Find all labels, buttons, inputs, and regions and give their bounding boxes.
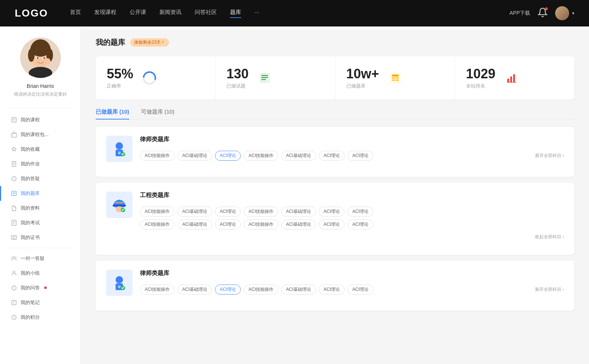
sidebar-item-qbank[interactable]: 我的题库 (0, 186, 81, 201)
stat-label-correct-rate: 正确率 (107, 83, 133, 89)
qbank-2-r2-tag-4[interactable]: ACI基础理论 (281, 220, 316, 229)
nav-link-home[interactable]: 首页 (70, 9, 81, 18)
qbank-2-collapse-btn[interactable]: 收起全部科目 › (535, 234, 564, 240)
nav-link-news[interactable]: 新闻资讯 (159, 9, 181, 18)
qbank-3-tag-1[interactable]: ACI基础理论 (177, 285, 212, 295)
bar-chart-icon (504, 71, 519, 85)
qbank-2-r1-tag-3[interactable]: ACI技能操作 (244, 207, 278, 217)
qbank-2-r2-tag-3[interactable]: ACI技能操作 (244, 220, 278, 229)
sidebar-item-one2one[interactable]: 一对一答疑 (0, 251, 81, 266)
qbank-2-r1-tag-6[interactable]: ACI理论 (348, 207, 373, 217)
qbank-2-r2-tag-0[interactable]: ACI技能操作 (140, 220, 174, 229)
stat-value-done-b: 10w+ (346, 67, 379, 81)
stat-correct-rate: 55% 正确率 (96, 56, 215, 100)
sidebar-item-cert[interactable]: 我的证书 (0, 230, 81, 245)
stat-label-done-q: 已做试题 (226, 83, 248, 89)
qbank-icon-lawyer-2 (106, 270, 133, 296)
nav-logo: LOGO (15, 7, 48, 19)
qbank-2-r2-tag-6[interactable]: ACI理论 (348, 220, 373, 229)
tab-done-banks[interactable]: 已做题库 (10) (96, 108, 129, 119)
sidebar-item-qanda[interactable]: ? 我的问答 (0, 281, 81, 295)
qbank-card-3-header: 律师类题库 ACI技能操作 ACI基础理论 ACI理论 ACI技能操作 ACI基… (106, 270, 564, 296)
qbank-card-lawyer-1: 律师类题库 ACI技能操作 ACI基础理论 ACI理论 ACI技能操作 ACI基… (96, 127, 574, 177)
sidebar-item-qa[interactable]: ? 我的答疑 (0, 171, 81, 186)
group-icon (11, 270, 17, 276)
qbank-3-tag-5[interactable]: ACI理论 (319, 285, 345, 295)
stat-value-correct-rate: 55% (107, 67, 133, 81)
qbank-1-tag-5[interactable]: ACI理论 (319, 151, 345, 161)
nav-link-discover[interactable]: 发现课程 (94, 9, 116, 18)
nav-link-qbank[interactable]: 题库 (230, 9, 241, 18)
qbank-1-tag-0[interactable]: ACI技能操作 (140, 151, 174, 161)
qbank-2-r2-tag-5[interactable]: ACI理论 (319, 220, 345, 229)
svg-rect-52 (392, 77, 395, 79)
page-wrapper: Brian Harris 错误的决定比没有决定要好 我的课程 我的课程包... (0, 26, 589, 364)
qbank-2-r1-tag-1[interactable]: ACI基础理论 (177, 207, 212, 217)
sidebar-item-package[interactable]: 我的课程包... (0, 127, 81, 142)
notification-bell[interactable] (537, 7, 548, 19)
tabs-row: 已做题库 (10) 可做题库 (10) (96, 108, 574, 119)
sidebar-item-course[interactable]: 我的课程 (0, 113, 81, 127)
svg-rect-65 (113, 205, 126, 206)
qa-icon: ? (11, 176, 17, 182)
user-avatar-wrapper[interactable]: ▾ (555, 6, 574, 20)
sidebar-item-group[interactable]: 我的小组 (0, 266, 81, 281)
qbank-2-tags-area: 工程类题库 ACI技能操作 ACI基础理论 ACI理论 ACI技能操作 ACI基… (140, 192, 564, 240)
qbank-1-tag-4[interactable]: ACI基础理论 (281, 151, 316, 161)
qbank-2-r2-tag-2[interactable]: ACI理论 (215, 220, 241, 229)
nav-links: 首页 发现课程 公开课 新闻资讯 问答社区 题库 ··· (70, 9, 495, 18)
stat-done-banks: 10w+ 已做题库 (335, 56, 455, 100)
sidebar-label-points: 我的积分 (21, 314, 40, 321)
qbank-1-tag-3[interactable]: ACI技能操作 (244, 151, 278, 161)
sidebar-item-exam[interactable]: 我的考试 (0, 215, 81, 230)
sidebar-label-qanda: 我的问答 (21, 285, 40, 291)
qbank-2-r2-tag-1[interactable]: ACI基础理论 (177, 220, 212, 229)
sidebar-item-points[interactable]: 我的积分 (0, 310, 81, 325)
qbank-2-r1-tag-2[interactable]: ACI理论 (215, 207, 241, 217)
sidebar-item-collection[interactable]: 我的收藏 (0, 142, 81, 157)
qbank-1-tags: ACI技能操作 ACI基础理论 ACI理论 ACI技能操作 ACI基础理论 AC… (140, 151, 564, 161)
page-title: 我的题库 (96, 38, 125, 47)
sidebar-label-qa: 我的答疑 (21, 175, 40, 182)
nav-link-more[interactable]: ··· (254, 9, 259, 18)
qbank-2-r1-tag-0[interactable]: ACI技能操作 (140, 207, 174, 217)
app-download-button[interactable]: APP下载 (509, 10, 530, 17)
page-header: 我的题库 体验剩余23天！ (96, 38, 574, 47)
exam-icon (11, 220, 17, 226)
qbank-card-2-header: 工程类题库 ACI技能操作 ACI基础理论 ACI理论 ACI技能操作 ACI基… (106, 192, 564, 240)
stat-value-rank: 1029 (466, 67, 495, 81)
sidebar-item-homework[interactable]: 我的作业 (0, 157, 81, 171)
nav-link-open[interactable]: 公开课 (130, 9, 146, 18)
qbank-3-tags-area: 律师类题库 ACI技能操作 ACI基础理论 ACI理论 ACI技能操作 ACI基… (140, 270, 564, 295)
qbank-2-r1-tag-5[interactable]: ACI理论 (319, 207, 345, 217)
sidebar-label-notes: 我的笔记 (21, 299, 40, 306)
svg-rect-50 (390, 73, 401, 83)
qbank-3-title: 律师类题库 (140, 270, 564, 277)
nav-link-qa[interactable]: 问答社区 (195, 9, 217, 18)
notes-icon (11, 300, 17, 306)
qbank-1-expand-btn[interactable]: 展开全部科目 › (535, 153, 564, 159)
qbank-3-tag-3[interactable]: ACI技能操作 (244, 285, 278, 295)
qbank-2-r1-tag-4[interactable]: ACI基础理论 (281, 207, 316, 217)
qbank-3-tag-0[interactable]: ACI技能操作 (140, 285, 174, 295)
qbank-icon-engineer (106, 192, 133, 218)
sidebar-item-notes[interactable]: 我的笔记 (0, 295, 81, 310)
cert-icon (11, 235, 17, 240)
sidebar-label-one2one: 一对一答疑 (21, 255, 45, 262)
svg-rect-26 (12, 191, 16, 196)
qbank-3-tag-6[interactable]: ACI理论 (348, 285, 373, 295)
qbank-1-tag-6[interactable]: ACI理论 (348, 151, 373, 161)
sidebar-menu: 我的课程 我的课程包... 我的收藏 我的作业 (0, 111, 81, 326)
stat-global-rank: 1029 全站排名 (455, 56, 574, 100)
qbank-3-tag-2[interactable]: ACI理论 (215, 285, 241, 295)
trial-badge: 体验剩余23天！ (130, 38, 169, 47)
qbank-1-tag-1[interactable]: ACI基础理论 (177, 151, 212, 161)
sidebar-item-data[interactable]: 我的资料 (0, 201, 81, 215)
qbank-3-tag-4[interactable]: ACI基础理论 (281, 285, 316, 295)
qbank-3-expand-btn[interactable]: 展开全部科目 › (535, 286, 564, 293)
sidebar-label-qbank: 我的题库 (21, 190, 40, 197)
qbank-1-tag-2[interactable]: ACI理论 (215, 151, 241, 161)
package-icon (11, 132, 17, 138)
sidebar-label-course: 我的课程 (21, 117, 40, 123)
tab-available-banks[interactable]: 可做题库 (10) (141, 108, 174, 119)
